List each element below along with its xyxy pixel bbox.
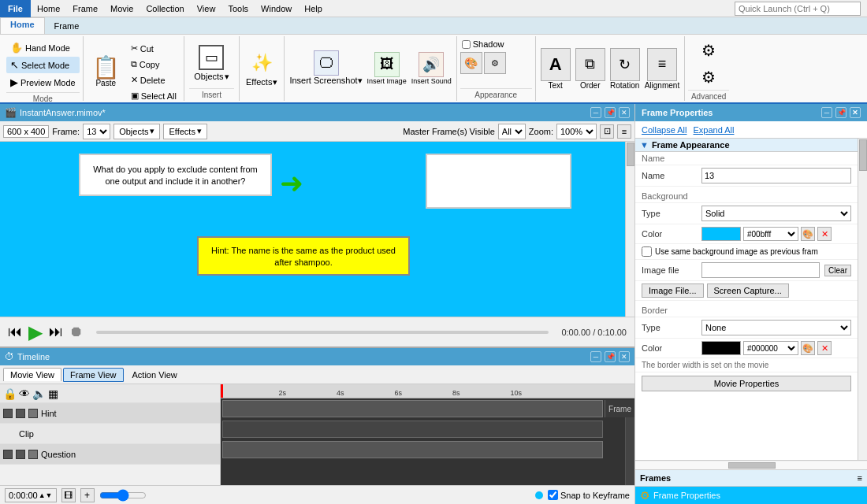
- props-close-btn[interactable]: ✕: [850, 107, 861, 118]
- objects-btn[interactable]: ▭ Objects▾: [192, 43, 230, 83]
- alignment-btn[interactable]: ≡ Alignment: [643, 46, 681, 91]
- props-minimize-btn[interactable]: ─: [821, 107, 832, 118]
- shadow-color-btn[interactable]: 🎨: [460, 52, 482, 74]
- menu-frame[interactable]: Frame: [66, 0, 104, 17]
- canvas-minimize-btn[interactable]: ─: [590, 107, 601, 118]
- clear-btn[interactable]: Clear: [824, 265, 851, 276]
- menu-collection[interactable]: Collection: [140, 0, 190, 17]
- film-strip-btn[interactable]: 🎞: [61, 488, 76, 502]
- select-mode-btn[interactable]: ↖ Select Mode: [6, 57, 80, 73]
- track-icon-1: [3, 409, 13, 418]
- collapse-all-btn[interactable]: Collapse All: [642, 125, 687, 135]
- tab-home[interactable]: Home: [0, 17, 45, 34]
- border-type-select[interactable]: None: [701, 320, 851, 335]
- quick-launch-input[interactable]: [735, 2, 861, 16]
- frame-props-gear-icon: ⚙: [640, 489, 650, 502]
- advanced-icon2[interactable]: ⚙: [696, 65, 721, 90]
- time-input[interactable]: 0:00:00 ▲▼: [5, 488, 57, 502]
- advanced-icon[interactable]: ⚙: [696, 38, 721, 63]
- zoom-select[interactable]: 100%: [556, 124, 597, 139]
- lock-icon[interactable]: 🔒: [3, 387, 17, 400]
- shadow-check[interactable]: [462, 40, 471, 49]
- canvas-scrollbar[interactable]: [625, 142, 634, 317]
- border-color-pick-btn[interactable]: 🎨: [801, 341, 815, 355]
- insert-image-btn[interactable]: 🖼 Insert Image: [366, 50, 408, 87]
- tab-movie-view[interactable]: Movie View: [3, 368, 61, 381]
- menu-home[interactable]: Home: [31, 0, 66, 17]
- rotation-btn[interactable]: ↻ Rotation: [608, 46, 642, 91]
- ruler-2s: 2s: [279, 389, 287, 397]
- menu-movie[interactable]: Movie: [104, 0, 140, 17]
- screen-capture-btn[interactable]: Screen Capture...: [707, 284, 789, 298]
- hand-mode-btn[interactable]: ✋ Hand Mode: [6, 39, 80, 56]
- menu-tools[interactable]: Tools: [221, 0, 255, 17]
- master-frames-select[interactable]: All: [498, 124, 526, 139]
- timeline-minimize-btn[interactable]: ─: [590, 351, 601, 362]
- border-color-select[interactable]: #000000: [743, 341, 798, 355]
- insert-screenshot-btn[interactable]: 🖵 Insert Screenshot▾: [288, 49, 363, 87]
- bg-type-select[interactable]: Solid: [701, 206, 851, 221]
- eye-icon[interactable]: 👁: [19, 387, 30, 400]
- effects-toolbar-btn[interactable]: Effects▾: [163, 124, 207, 139]
- timeline-scrollbar[interactable]: [625, 417, 634, 485]
- view-options-btn[interactable]: ≡: [617, 124, 631, 139]
- copy-btn[interactable]: ⧉ Copy: [127, 57, 180, 72]
- cut-icon: ✂: [131, 43, 138, 54]
- audio-icon[interactable]: 🔈: [32, 387, 46, 400]
- frame-appearance-header[interactable]: ▼ Frame Appearance: [635, 139, 858, 152]
- canvas-pin-btn[interactable]: 📌: [605, 107, 616, 118]
- timeline-title-bar: ⏱ Timeline ─ 📌 ✕: [0, 348, 634, 365]
- menu-view[interactable]: View: [191, 0, 222, 17]
- frame-select[interactable]: 13: [83, 124, 110, 139]
- preview-mode-btn[interactable]: ▶ Preview Mode: [6, 74, 80, 91]
- tab-frame[interactable]: Frame: [45, 17, 89, 34]
- play-btn[interactable]: ▶: [28, 321, 43, 343]
- menu-file[interactable]: File: [0, 0, 31, 17]
- fit-window-btn[interactable]: ⊡: [600, 124, 614, 139]
- color-select[interactable]: #00bfff: [743, 227, 798, 241]
- skip-back-btn[interactable]: ⏮: [8, 324, 22, 340]
- record-btn[interactable]: ⏺: [69, 324, 84, 340]
- skip-forward-btn[interactable]: ⏭: [49, 324, 63, 340]
- timeline-pin-btn[interactable]: 📌: [605, 351, 616, 362]
- tab-action-view[interactable]: Action View: [125, 368, 184, 382]
- expand-all-btn[interactable]: Expand All: [693, 125, 734, 135]
- select-all-btn[interactable]: ▣ Select All: [127, 88, 180, 103]
- delete-btn[interactable]: ✕ Delete: [127, 72, 180, 87]
- snap-label[interactable]: Snap to Keyframe: [548, 490, 630, 500]
- menu-help[interactable]: Help: [298, 0, 329, 17]
- canvas-close-btn[interactable]: ✕: [619, 107, 630, 118]
- shadow-checkbox[interactable]: Shadow: [460, 38, 532, 50]
- cut-btn[interactable]: ✂ Cut: [127, 41, 180, 56]
- props-hscrollbar[interactable]: [635, 460, 867, 469]
- shadow-settings-btn[interactable]: ⚙: [484, 52, 506, 74]
- same-bg-checkbox[interactable]: [642, 246, 652, 257]
- progress-bar[interactable]: [96, 331, 549, 334]
- add-keyframe-btn[interactable]: +: [80, 488, 95, 502]
- insert-sound-btn[interactable]: 🔊 Insert Sound: [410, 50, 453, 87]
- timeline-zoom-slider[interactable]: [99, 489, 147, 502]
- border-color-reset-btn[interactable]: ✕: [817, 341, 832, 355]
- timeline-close-btn[interactable]: ✕: [619, 351, 630, 362]
- color-reset-btn[interactable]: ✕: [817, 227, 832, 241]
- menu-window[interactable]: Window: [255, 0, 298, 17]
- objects-toolbar-btn[interactable]: Objects▾: [113, 124, 160, 139]
- clip-track-label: Clip: [19, 429, 34, 439]
- image-file-btn[interactable]: Image File...: [642, 284, 704, 298]
- order-btn[interactable]: ⧉ Order: [574, 46, 607, 91]
- name-input[interactable]: [701, 168, 851, 183]
- snap-checkbox[interactable]: [548, 490, 558, 500]
- hint-track-bar: [222, 400, 603, 417]
- effects-btn[interactable]: ✨ Effects▾: [244, 49, 279, 89]
- tab-frame-view[interactable]: Frame View: [63, 368, 123, 382]
- props-scrollbar[interactable]: [858, 139, 867, 460]
- frames-section-header[interactable]: Frames ≡: [635, 469, 867, 487]
- paste-btn[interactable]: 📋 Paste: [87, 39, 125, 105]
- text-btn[interactable]: A Text: [539, 46, 572, 91]
- image-file-input[interactable]: [701, 262, 820, 278]
- props-pin-btn[interactable]: 📌: [835, 107, 847, 118]
- props-header: Frame Properties ─ 📌 ✕: [635, 104, 867, 121]
- grid-icon[interactable]: ▦: [48, 387, 58, 400]
- color-pick-btn[interactable]: 🎨: [801, 227, 815, 241]
- movie-properties-btn[interactable]: Movie Properties: [642, 376, 851, 391]
